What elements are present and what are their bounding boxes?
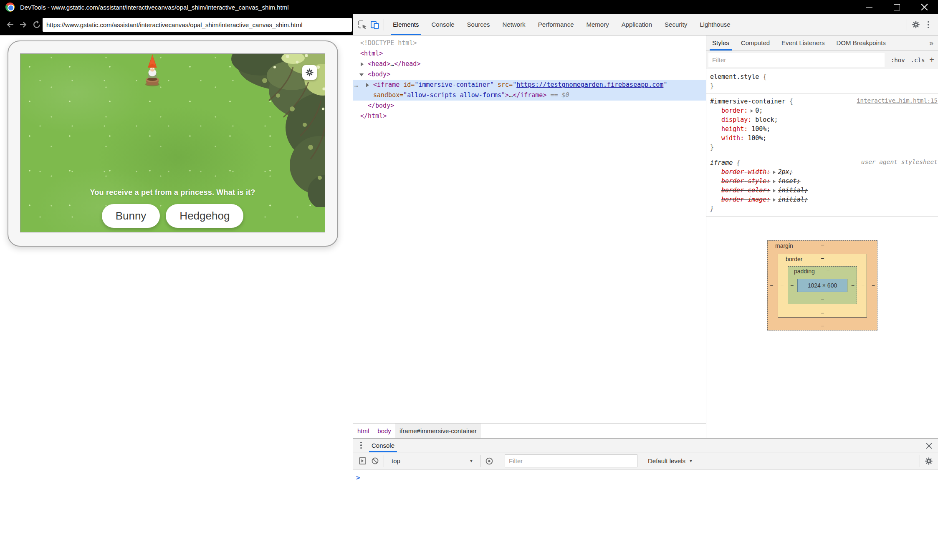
devtools-panel: Elements Console Sources Network Perform… <box>353 14 938 560</box>
more-tabs-button[interactable]: » <box>929 39 938 48</box>
tab-elements[interactable]: Elements <box>387 14 425 35</box>
box-model-padding[interactable]: padding − − − − 1024 × 600 <box>788 266 857 304</box>
console-sidebar-toggle[interactable] <box>356 455 369 467</box>
css-declaration[interactable]: border:0; <box>710 106 938 115</box>
toolbar-separator <box>480 455 480 467</box>
devtools-tab-bar: Elements Console Sources Network Perform… <box>353 14 938 35</box>
css-rule-element-style[interactable]: element.style { } <box>706 69 938 94</box>
devtools-menu-button[interactable] <box>922 18 935 31</box>
stylesheet-source-link[interactable]: interactive…him.html:15 <box>857 97 938 104</box>
expand-shorthand-icon[interactable] <box>773 171 776 174</box>
tab-event-listeners[interactable]: Event Listeners <box>776 35 830 50</box>
breadcrumb-iframe[interactable]: iframe#immersive-container <box>395 424 481 438</box>
execution-context-select[interactable]: top ▼ <box>387 457 478 464</box>
css-rule-user-agent-iframe[interactable]: user agent stylesheet iframe { border-wi… <box>706 155 938 217</box>
tab-application[interactable]: Application <box>615 14 658 35</box>
close-icon <box>926 443 932 449</box>
styles-tab-bar: Styles Computed Event Listeners DOM Brea… <box>706 35 938 51</box>
game-scene: You receive a pet from a princess. What … <box>20 53 325 232</box>
expand-arrow-icon[interactable] <box>366 83 369 87</box>
log-levels-select[interactable]: Default levels ▼ <box>645 457 696 464</box>
dom-node-iframe-wrap[interactable]: sandbox="allow-scripts allow-forms">…</i… <box>353 90 706 101</box>
tab-dom-breakpoints[interactable]: DOM Breakpoints <box>830 35 891 50</box>
url-bar[interactable]: https://www.gstatic.com/assistant/intera… <box>43 18 352 32</box>
chevron-down-icon: ▼ <box>689 459 693 463</box>
breadcrumb-html[interactable]: html <box>353 424 373 438</box>
box-model-margin[interactable]: margin − − − − border − − − − padding − <box>767 240 877 330</box>
close-drawer-button[interactable] <box>923 440 934 451</box>
css-declaration-overridden[interactable]: border-style:inset; <box>710 177 938 186</box>
new-style-rule-button[interactable]: + <box>928 55 938 65</box>
dom-tree[interactable]: <!DOCTYPE html> <html> <head>…</head> <b… <box>353 35 706 423</box>
clear-console-button[interactable] <box>369 455 381 467</box>
node-options-dots[interactable]: … <box>354 80 359 90</box>
eye-icon <box>485 457 493 465</box>
gear-icon <box>305 68 314 77</box>
dom-node-head[interactable]: <head>…</head> <box>353 59 706 69</box>
css-declaration-overridden[interactable]: border-color:initial; <box>710 186 938 195</box>
dom-node-html-open[interactable]: <html> <box>353 48 706 59</box>
chevron-down-icon: ▼ <box>469 459 473 463</box>
minimize-button[interactable] <box>855 0 883 14</box>
maximize-button[interactable] <box>883 0 910 14</box>
css-declaration[interactable]: height: 100%; <box>710 124 938 134</box>
tab-sources[interactable]: Sources <box>461 14 496 35</box>
tab-network[interactable]: Network <box>496 14 532 35</box>
device-toolbar-toggle[interactable] <box>369 18 381 31</box>
expand-shorthand-icon[interactable] <box>751 109 753 113</box>
inspect-cursor-icon <box>357 20 367 30</box>
back-button[interactable] <box>5 20 15 30</box>
gnome-character <box>142 54 162 86</box>
minimize-icon <box>866 7 872 8</box>
tab-lighthouse[interactable]: Lighthouse <box>693 14 736 35</box>
game-settings-button[interactable] <box>302 65 317 80</box>
dom-node-iframe-selected[interactable]: … <iframe id="immersive-container" src="… <box>353 80 706 90</box>
elements-pane: <!DOCTYPE html> <html> <head>…</head> <b… <box>353 35 706 438</box>
selected-node-hint: == $0 <box>550 91 569 99</box>
tab-security[interactable]: Security <box>658 14 693 35</box>
dom-node-body-close[interactable]: </body> <box>353 101 706 111</box>
choice-button-bunny[interactable]: Bunny <box>102 204 160 228</box>
reload-button[interactable] <box>32 20 42 30</box>
css-rule-immersive-container[interactable]: interactive…him.html:15 #immersive-conta… <box>706 94 938 155</box>
box-model-content[interactable]: 1024 × 600 <box>797 279 847 292</box>
console-prompt-row[interactable]: > <box>353 470 938 482</box>
css-declaration[interactable]: width: 100%; <box>710 134 938 143</box>
tab-performance[interactable]: Performance <box>532 14 580 35</box>
expand-shorthand-icon[interactable] <box>773 189 776 192</box>
toggle-class-button[interactable]: .cls <box>908 57 928 63</box>
styles-sidebar: Styles Computed Event Listeners DOM Brea… <box>706 35 938 438</box>
dom-node-html-close[interactable]: </html> <box>353 111 706 121</box>
close-button[interactable] <box>910 0 938 14</box>
create-live-expression-button[interactable] <box>483 455 496 467</box>
choice-button-hedgehog[interactable]: Hedgehog <box>166 204 243 228</box>
expand-shorthand-icon[interactable] <box>773 198 776 202</box>
drawer-menu-button[interactable] <box>355 439 367 452</box>
tab-styles[interactable]: Styles <box>706 35 735 50</box>
box-model-border[interactable]: border − − − − padding − − − − 1024 × <box>778 254 867 318</box>
css-declaration-overridden[interactable]: border-width:2px; <box>710 167 938 177</box>
expand-arrow-icon[interactable] <box>361 62 364 66</box>
breadcrumb-body[interactable]: body <box>373 424 395 438</box>
dom-node-doctype[interactable]: <!DOCTYPE html> <box>353 38 706 48</box>
console-filter-input[interactable] <box>505 454 637 467</box>
tab-memory[interactable]: Memory <box>580 14 615 35</box>
styles-filter-input[interactable] <box>708 53 885 67</box>
toggle-hover-state-button[interactable]: :hov <box>888 57 908 63</box>
gear-icon <box>912 20 920 29</box>
console-settings-button[interactable] <box>923 455 935 467</box>
iframe-src-link[interactable]: https://testgnomegarden.firebaseapp.com <box>516 81 663 88</box>
collapse-arrow-icon[interactable] <box>359 73 364 76</box>
forward-button[interactable] <box>18 20 28 30</box>
css-declaration[interactable]: display: block; <box>710 115 938 124</box>
console-drawer-tab[interactable]: Console <box>367 439 399 452</box>
devtools-settings-button[interactable] <box>910 18 922 31</box>
console-drawer-header: Console <box>353 439 938 452</box>
css-declaration-overridden[interactable]: border-image:initial; <box>710 195 938 204</box>
expand-shorthand-icon[interactable] <box>773 180 776 183</box>
tab-computed[interactable]: Computed <box>735 35 776 50</box>
console-prompt-chevron: > <box>356 474 360 482</box>
dom-node-body-open[interactable]: <body> <box>353 69 706 80</box>
tab-console[interactable]: Console <box>425 14 461 35</box>
inspect-element-button[interactable] <box>356 18 369 31</box>
